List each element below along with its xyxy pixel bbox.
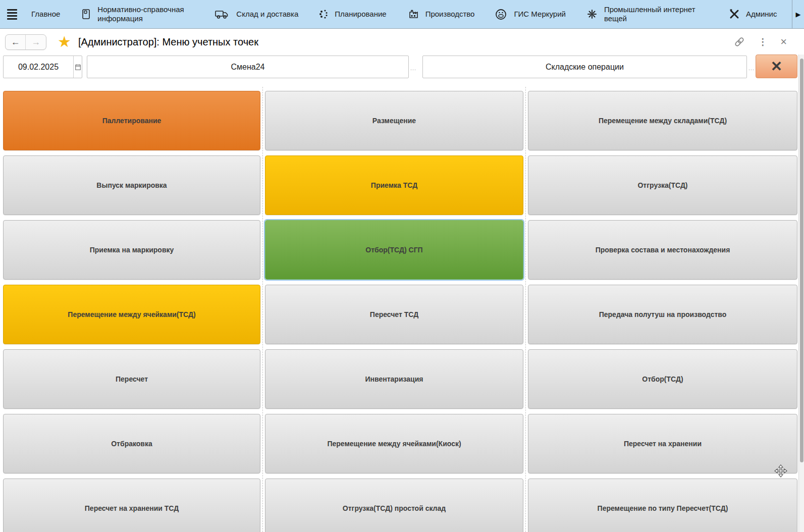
grid-button-shipment-tsd[interactable]: Отгрузка(ТСД) bbox=[528, 155, 797, 215]
move-cursor-icon bbox=[774, 464, 787, 477]
back-button[interactable]: ← bbox=[6, 35, 26, 49]
operation-choose-button[interactable]: ... bbox=[748, 56, 755, 78]
truck-icon bbox=[215, 8, 230, 20]
shift-value[interactable]: Смена24 bbox=[231, 63, 265, 72]
window-titlebar: ← → ★ [Администратор]: Меню учетных точе… bbox=[0, 29, 804, 55]
grid-button-picking-tsd-sgp[interactable]: Отбор(ТСД) СГП bbox=[265, 220, 523, 280]
grid-button-move-between-warehouses[interactable]: Перемещение между складами(ТСД) bbox=[528, 91, 797, 150]
grid-button-recount-storage[interactable]: Пересчет на хранении bbox=[528, 414, 797, 473]
grid-button-recount-storage-tsd[interactable]: Пересчет на хранении ТСД bbox=[3, 478, 260, 532]
menu-item-label: Промышленный интернет вещей bbox=[604, 5, 708, 23]
grid-button-receiving-for-marking[interactable]: Приемка на маркировку bbox=[3, 220, 260, 280]
close-form-icon[interactable]: × bbox=[780, 36, 787, 47]
menu-item-production[interactable]: Производство bbox=[408, 9, 475, 20]
operation-type-field[interactable]: Складские операции bbox=[422, 56, 747, 78]
grid-button-inventory[interactable]: Инвентаризация bbox=[265, 349, 523, 409]
menu-item-planning[interactable]: Планирование bbox=[317, 9, 386, 20]
forward-button[interactable]: → bbox=[26, 35, 46, 49]
link-icon[interactable] bbox=[734, 36, 745, 47]
menu-item-warehouse-delivery[interactable]: Склад и доставка bbox=[215, 8, 298, 20]
menu-item-main[interactable]: Главное bbox=[31, 10, 60, 19]
menu-item-label: Производство bbox=[425, 10, 475, 19]
menu-item-label: Главное bbox=[31, 10, 60, 19]
operation-type-value[interactable]: Складские операции bbox=[546, 63, 624, 72]
factory-icon bbox=[408, 9, 419, 20]
menu-item-label: Планирование bbox=[335, 10, 386, 19]
shift-field[interactable]: Смена24 bbox=[87, 56, 409, 78]
grid-button-rejection[interactable]: Отбраковка bbox=[3, 414, 260, 473]
history-nav-group: ← → bbox=[5, 34, 46, 50]
grid-button-palletizing[interactable]: Паллетирование bbox=[3, 91, 260, 150]
planning-dots-icon bbox=[317, 9, 329, 20]
mercury-globe-icon bbox=[495, 8, 507, 21]
shift-choose-button[interactable]: ... bbox=[410, 56, 417, 78]
operations-grid: Паллетирование Размещение Перемещение ме… bbox=[3, 91, 797, 532]
menu-item-label: Нормативно-справочная информация bbox=[97, 5, 196, 23]
menu-item-label: Склад и доставка bbox=[236, 10, 298, 19]
hamburger-menu-icon[interactable] bbox=[7, 9, 17, 20]
clear-close-button[interactable]: ✕ bbox=[756, 55, 797, 78]
grid-button-placement[interactable]: Размещение bbox=[265, 91, 523, 150]
grid-button-move-by-recount-type[interactable]: Перемещение по типу Пересчет(ТСД) bbox=[528, 478, 797, 532]
page-title: [Администратор]: Меню учетных точек bbox=[78, 36, 258, 48]
back-arrow-icon: ← bbox=[11, 37, 20, 47]
iot-asterisk-icon bbox=[586, 8, 598, 20]
x-icon: ✕ bbox=[771, 58, 782, 75]
document-icon bbox=[81, 9, 91, 20]
menu-scroll-right-button[interactable]: ▶ bbox=[792, 0, 804, 28]
main-menubar: Главное Нормативно-справочная информация… bbox=[0, 0, 804, 29]
menu-item-reference-info[interactable]: Нормативно-справочная информация bbox=[81, 5, 196, 23]
vertical-scrollbar[interactable] bbox=[798, 55, 804, 532]
grid-button-check-composition-location[interactable]: Проверка состава и местонахождения bbox=[528, 220, 797, 280]
grid-button-transfer-halves-production[interactable]: Передача полутуш на производство bbox=[528, 285, 797, 344]
admin-tools-icon bbox=[728, 8, 741, 21]
more-options-icon[interactable]: ⋮ bbox=[758, 36, 767, 47]
grid-button-recount-tsd[interactable]: Пересчет ТСД bbox=[265, 285, 523, 344]
scrollbar-thumb[interactable] bbox=[800, 59, 803, 462]
titlebar-actions: ⋮ × bbox=[734, 29, 787, 55]
calendar-picker-button[interactable] bbox=[73, 56, 82, 78]
grid-button-receiving-tsd[interactable]: Приемка ТСД bbox=[265, 155, 523, 215]
grid-button-move-between-cells-tsd[interactable]: Перемещение между ячейками(ТСД) bbox=[3, 285, 260, 344]
forward-arrow-icon: → bbox=[31, 37, 40, 47]
menu-item-gis-mercury[interactable]: ГИС Меркурий bbox=[495, 8, 565, 21]
grid-button-picking-tsd[interactable]: Отбор(ТСД) bbox=[528, 349, 797, 409]
menu-item-label: Админис bbox=[746, 10, 777, 19]
chevron-right-icon: ▶ bbox=[796, 11, 801, 18]
favorite-star-icon[interactable]: ★ bbox=[58, 34, 71, 49]
grid-button-shipment-tsd-simple[interactable]: Отгрузка(ТСД) простой склад bbox=[265, 478, 523, 532]
date-field[interactable]: 09.02.2025 bbox=[3, 56, 82, 78]
grid-button-marking-release[interactable]: Выпуск маркировка bbox=[3, 155, 260, 215]
grid-button-recount[interactable]: Пересчет bbox=[3, 349, 260, 409]
menu-item-industrial-iot[interactable]: Промышленный интернет вещей bbox=[586, 5, 708, 23]
date-value[interactable]: 09.02.2025 bbox=[4, 63, 73, 72]
menu-item-label: ГИС Меркурий bbox=[514, 10, 565, 19]
grid-button-move-between-cells-kiosk[interactable]: Перемещение между ячейками(Киоск) bbox=[265, 414, 523, 473]
